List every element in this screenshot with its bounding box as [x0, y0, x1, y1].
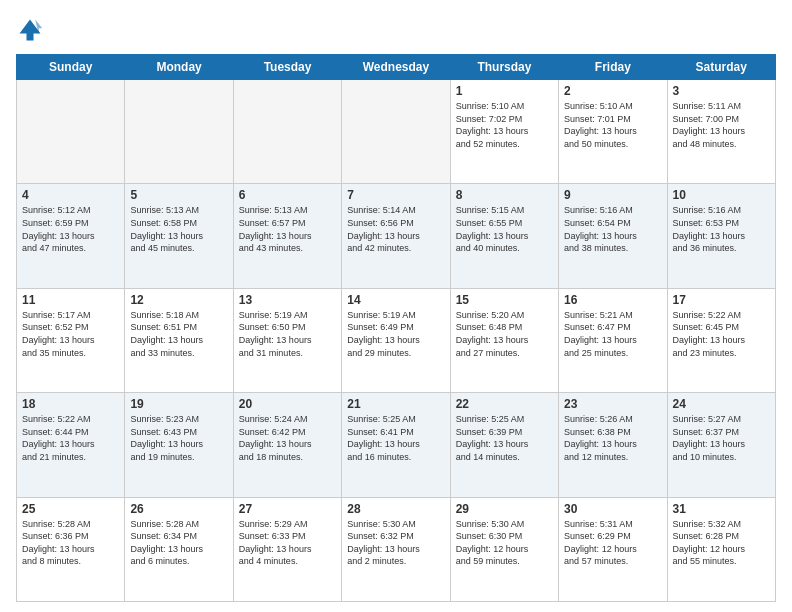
weekday-header-thursday: Thursday: [450, 55, 558, 80]
calendar-week-row: 25Sunrise: 5:28 AM Sunset: 6:36 PM Dayli…: [17, 497, 776, 601]
day-number: 20: [239, 397, 336, 411]
weekday-header-sunday: Sunday: [17, 55, 125, 80]
day-number: 16: [564, 293, 661, 307]
day-number: 9: [564, 188, 661, 202]
day-number: 25: [22, 502, 119, 516]
day-info: Sunrise: 5:19 AM Sunset: 6:50 PM Dayligh…: [239, 309, 336, 359]
day-number: 21: [347, 397, 444, 411]
day-info: Sunrise: 5:16 AM Sunset: 6:54 PM Dayligh…: [564, 204, 661, 254]
calendar-cell: 27Sunrise: 5:29 AM Sunset: 6:33 PM Dayli…: [233, 497, 341, 601]
calendar-cell: 24Sunrise: 5:27 AM Sunset: 6:37 PM Dayli…: [667, 393, 775, 497]
calendar-cell: [233, 80, 341, 184]
calendar-cell: 17Sunrise: 5:22 AM Sunset: 6:45 PM Dayli…: [667, 288, 775, 392]
day-number: 14: [347, 293, 444, 307]
day-info: Sunrise: 5:24 AM Sunset: 6:42 PM Dayligh…: [239, 413, 336, 463]
calendar-cell: 5Sunrise: 5:13 AM Sunset: 6:58 PM Daylig…: [125, 184, 233, 288]
day-number: 3: [673, 84, 770, 98]
day-info: Sunrise: 5:30 AM Sunset: 6:30 PM Dayligh…: [456, 518, 553, 568]
day-info: Sunrise: 5:13 AM Sunset: 6:57 PM Dayligh…: [239, 204, 336, 254]
day-number: 30: [564, 502, 661, 516]
day-info: Sunrise: 5:31 AM Sunset: 6:29 PM Dayligh…: [564, 518, 661, 568]
day-number: 29: [456, 502, 553, 516]
day-info: Sunrise: 5:25 AM Sunset: 6:39 PM Dayligh…: [456, 413, 553, 463]
day-number: 31: [673, 502, 770, 516]
logo-icon: [16, 16, 44, 44]
calendar-cell: 3Sunrise: 5:11 AM Sunset: 7:00 PM Daylig…: [667, 80, 775, 184]
day-info: Sunrise: 5:23 AM Sunset: 6:43 PM Dayligh…: [130, 413, 227, 463]
day-number: 2: [564, 84, 661, 98]
calendar-cell: 1Sunrise: 5:10 AM Sunset: 7:02 PM Daylig…: [450, 80, 558, 184]
day-number: 17: [673, 293, 770, 307]
calendar-cell: 22Sunrise: 5:25 AM Sunset: 6:39 PM Dayli…: [450, 393, 558, 497]
calendar-cell: 29Sunrise: 5:30 AM Sunset: 6:30 PM Dayli…: [450, 497, 558, 601]
day-number: 22: [456, 397, 553, 411]
day-info: Sunrise: 5:22 AM Sunset: 6:44 PM Dayligh…: [22, 413, 119, 463]
calendar-cell: 16Sunrise: 5:21 AM Sunset: 6:47 PM Dayli…: [559, 288, 667, 392]
calendar-cell: 15Sunrise: 5:20 AM Sunset: 6:48 PM Dayli…: [450, 288, 558, 392]
day-info: Sunrise: 5:17 AM Sunset: 6:52 PM Dayligh…: [22, 309, 119, 359]
day-info: Sunrise: 5:21 AM Sunset: 6:47 PM Dayligh…: [564, 309, 661, 359]
calendar-cell: [125, 80, 233, 184]
day-info: Sunrise: 5:16 AM Sunset: 6:53 PM Dayligh…: [673, 204, 770, 254]
day-info: Sunrise: 5:19 AM Sunset: 6:49 PM Dayligh…: [347, 309, 444, 359]
day-info: Sunrise: 5:15 AM Sunset: 6:55 PM Dayligh…: [456, 204, 553, 254]
day-info: Sunrise: 5:14 AM Sunset: 6:56 PM Dayligh…: [347, 204, 444, 254]
calendar-cell: 10Sunrise: 5:16 AM Sunset: 6:53 PM Dayli…: [667, 184, 775, 288]
calendar-cell: 30Sunrise: 5:31 AM Sunset: 6:29 PM Dayli…: [559, 497, 667, 601]
day-info: Sunrise: 5:26 AM Sunset: 6:38 PM Dayligh…: [564, 413, 661, 463]
day-number: 26: [130, 502, 227, 516]
calendar-cell: 25Sunrise: 5:28 AM Sunset: 6:36 PM Dayli…: [17, 497, 125, 601]
calendar-cell: 6Sunrise: 5:13 AM Sunset: 6:57 PM Daylig…: [233, 184, 341, 288]
calendar-week-row: 1Sunrise: 5:10 AM Sunset: 7:02 PM Daylig…: [17, 80, 776, 184]
weekday-header-wednesday: Wednesday: [342, 55, 450, 80]
calendar-cell: 21Sunrise: 5:25 AM Sunset: 6:41 PM Dayli…: [342, 393, 450, 497]
day-info: Sunrise: 5:32 AM Sunset: 6:28 PM Dayligh…: [673, 518, 770, 568]
day-number: 10: [673, 188, 770, 202]
day-info: Sunrise: 5:29 AM Sunset: 6:33 PM Dayligh…: [239, 518, 336, 568]
calendar-cell: 7Sunrise: 5:14 AM Sunset: 6:56 PM Daylig…: [342, 184, 450, 288]
calendar-cell: 4Sunrise: 5:12 AM Sunset: 6:59 PM Daylig…: [17, 184, 125, 288]
calendar-cell: 11Sunrise: 5:17 AM Sunset: 6:52 PM Dayli…: [17, 288, 125, 392]
day-number: 15: [456, 293, 553, 307]
day-number: 19: [130, 397, 227, 411]
calendar-table: SundayMondayTuesdayWednesdayThursdayFrid…: [16, 54, 776, 602]
day-info: Sunrise: 5:28 AM Sunset: 6:36 PM Dayligh…: [22, 518, 119, 568]
day-info: Sunrise: 5:10 AM Sunset: 7:01 PM Dayligh…: [564, 100, 661, 150]
calendar-cell: 14Sunrise: 5:19 AM Sunset: 6:49 PM Dayli…: [342, 288, 450, 392]
calendar-cell: 13Sunrise: 5:19 AM Sunset: 6:50 PM Dayli…: [233, 288, 341, 392]
calendar-cell: [342, 80, 450, 184]
day-number: 8: [456, 188, 553, 202]
day-number: 23: [564, 397, 661, 411]
calendar-cell: 2Sunrise: 5:10 AM Sunset: 7:01 PM Daylig…: [559, 80, 667, 184]
calendar-cell: 9Sunrise: 5:16 AM Sunset: 6:54 PM Daylig…: [559, 184, 667, 288]
calendar-week-row: 18Sunrise: 5:22 AM Sunset: 6:44 PM Dayli…: [17, 393, 776, 497]
day-number: 12: [130, 293, 227, 307]
day-info: Sunrise: 5:10 AM Sunset: 7:02 PM Dayligh…: [456, 100, 553, 150]
calendar-cell: 31Sunrise: 5:32 AM Sunset: 6:28 PM Dayli…: [667, 497, 775, 601]
calendar-cell: 23Sunrise: 5:26 AM Sunset: 6:38 PM Dayli…: [559, 393, 667, 497]
day-number: 7: [347, 188, 444, 202]
weekday-header-row: SundayMondayTuesdayWednesdayThursdayFrid…: [17, 55, 776, 80]
page: SundayMondayTuesdayWednesdayThursdayFrid…: [0, 0, 792, 612]
day-number: 13: [239, 293, 336, 307]
day-info: Sunrise: 5:13 AM Sunset: 6:58 PM Dayligh…: [130, 204, 227, 254]
calendar-cell: 8Sunrise: 5:15 AM Sunset: 6:55 PM Daylig…: [450, 184, 558, 288]
calendar-week-row: 11Sunrise: 5:17 AM Sunset: 6:52 PM Dayli…: [17, 288, 776, 392]
day-number: 5: [130, 188, 227, 202]
day-number: 4: [22, 188, 119, 202]
logo: [16, 16, 48, 44]
day-info: Sunrise: 5:18 AM Sunset: 6:51 PM Dayligh…: [130, 309, 227, 359]
day-info: Sunrise: 5:27 AM Sunset: 6:37 PM Dayligh…: [673, 413, 770, 463]
day-number: 6: [239, 188, 336, 202]
header: [16, 16, 776, 44]
weekday-header-saturday: Saturday: [667, 55, 775, 80]
calendar-week-row: 4Sunrise: 5:12 AM Sunset: 6:59 PM Daylig…: [17, 184, 776, 288]
weekday-header-friday: Friday: [559, 55, 667, 80]
calendar-cell: 26Sunrise: 5:28 AM Sunset: 6:34 PM Dayli…: [125, 497, 233, 601]
day-number: 27: [239, 502, 336, 516]
calendar-cell: 20Sunrise: 5:24 AM Sunset: 6:42 PM Dayli…: [233, 393, 341, 497]
day-info: Sunrise: 5:30 AM Sunset: 6:32 PM Dayligh…: [347, 518, 444, 568]
weekday-header-monday: Monday: [125, 55, 233, 80]
calendar-cell: 12Sunrise: 5:18 AM Sunset: 6:51 PM Dayli…: [125, 288, 233, 392]
day-number: 28: [347, 502, 444, 516]
